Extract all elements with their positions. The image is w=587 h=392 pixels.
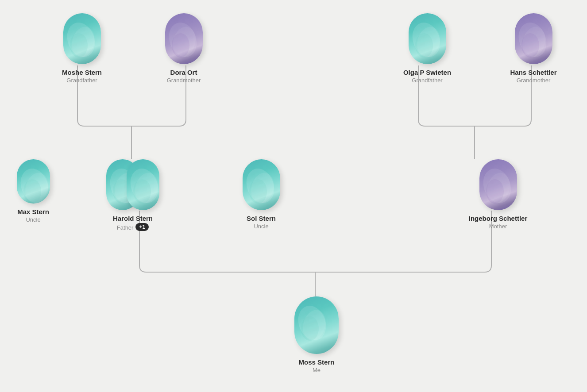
role-olga: Grandfather [412,77,442,84]
family-tree: Moshe Stern Grandfather Dora Ort Grandmo… [0,0,587,392]
avatar-sol [243,159,280,210]
avatar-olga [409,13,446,64]
person-max[interactable]: Max Stern Uncle [4,159,62,223]
person-moss[interactable]: Moss Stern Me [286,296,348,373]
avatar-harold-double [106,159,159,210]
avatar-moshe [63,13,101,64]
person-ingeborg[interactable]: Ingeborg Schettler Mother [460,159,536,230]
name-moss: Moss Stern [299,358,335,366]
name-moshe: Moshe Stern [62,69,102,76]
avatar-hans [515,13,552,64]
person-moshe[interactable]: Moshe Stern Grandfather [53,13,111,84]
person-olga[interactable]: Olga P Swieten Grandfather [394,13,460,84]
badge-harold[interactable]: +1 [135,223,149,231]
name-harold: Harold Stern [113,215,153,222]
role-sol: Uncle [254,223,268,230]
role-moshe: Grandfather [66,77,97,84]
person-harold[interactable]: Harold Stern Father +1 [97,159,168,231]
name-sol: Sol Stern [247,215,276,222]
role-dora: Grandmother [167,77,201,84]
name-max: Max Stern [17,208,49,215]
person-hans[interactable]: Hans Schettler Grandmother [500,13,567,84]
role-ingeborg: Mother [489,223,507,230]
avatar-ingeborg [479,159,517,210]
avatar-moss [294,296,339,354]
name-hans: Hans Schettler [510,69,556,76]
name-olga: Olga P Swieten [403,69,451,76]
avatar-max [17,159,50,204]
role-line-harold: Father +1 [117,223,149,231]
name-ingeborg: Ingeborg Schettler [469,215,528,222]
person-sol[interactable]: Sol Stern Uncle [232,159,290,230]
role-hans: Grandmother [517,77,551,84]
role-harold: Father [117,224,134,231]
name-dora: Dora Ort [170,69,197,76]
avatar-dora [165,13,203,64]
role-max: Uncle [26,216,40,223]
role-moss: Me [313,367,321,373]
person-dora[interactable]: Dora Ort Grandmother [155,13,212,84]
